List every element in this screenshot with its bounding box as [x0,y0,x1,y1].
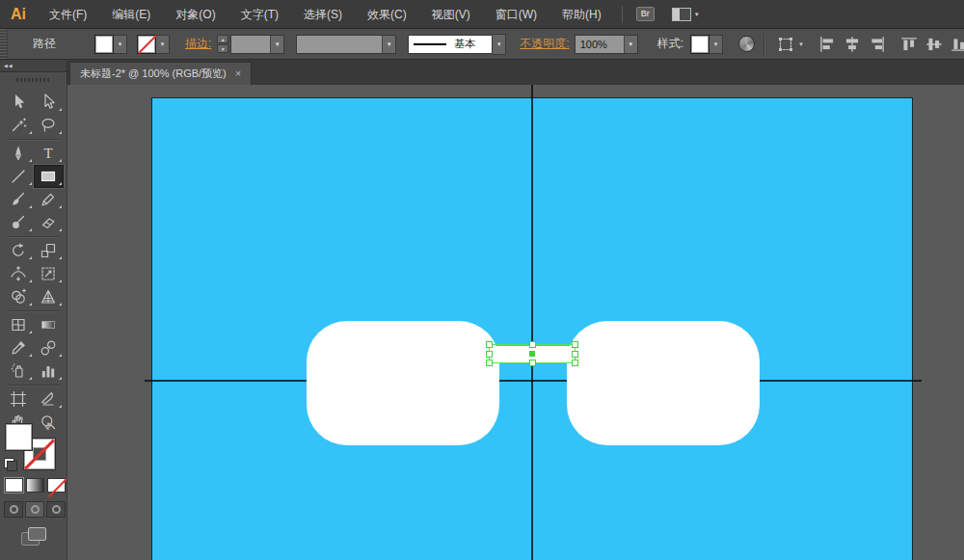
stroke-color-swatch[interactable] [137,35,156,54]
draw-normal-icon[interactable] [4,501,23,518]
screen-mode-icon[interactable] [21,527,46,547]
tools-panel-grip[interactable] [16,78,51,82]
fill-dropdown-arrow-icon[interactable]: ▼ [114,35,127,54]
tool-shape-builder[interactable] [4,285,34,308]
default-fill-stroke-icon[interactable] [4,458,17,471]
stroke-weight-dropdown[interactable]: ▼ [230,35,284,54]
menu-window[interactable]: 窗口(W) [483,0,549,29]
handle-ne[interactable] [572,341,578,348]
opacity-arrow-icon[interactable]: ▼ [624,36,637,53]
tool-column-graph[interactable] [34,360,64,383]
drawing-mode-buttons [4,501,66,518]
align-vertical-top-icon[interactable] [899,35,919,54]
menu-effect[interactable]: 效果(C) [355,0,419,29]
width-profile-arrow-icon[interactable]: ▼ [382,36,395,53]
tool-selection[interactable] [4,91,34,114]
white-rounded-rect-left[interactable] [307,321,499,445]
menu-type[interactable]: 文字(T) [228,0,291,29]
workspace-switcher-icon[interactable] [672,8,691,21]
menu-edit[interactable]: 编辑(E) [99,0,163,29]
tool-rectangle[interactable] [34,165,64,188]
brush-dropdown-arrow-icon[interactable]: ▼ [493,34,506,55]
brush-definition-dropdown[interactable]: 基本 [408,35,493,54]
width-profile-dropdown[interactable]: ▼ [296,35,396,54]
menu-object[interactable]: 对象(O) [163,0,228,29]
free-transform-icon [39,264,58,283]
align-to-arrow-icon[interactable]: ▼ [798,41,804,47]
dock-collapse-icon[interactable]: ◀◀ [0,60,67,72]
stroke-weight-arrow-icon[interactable]: ▼ [270,36,283,53]
style-swatch[interactable] [690,35,710,54]
handle-n[interactable] [529,341,536,348]
tool-symbol-sprayer[interactable] [4,360,34,383]
align-horizontal-left-icon[interactable] [817,35,837,54]
opacity-dropdown[interactable]: 100% ▼ [575,35,638,54]
lasso-icon [39,116,58,135]
recolor-artwork-icon[interactable] [738,36,755,52]
workspace-dropdown-arrow-icon[interactable]: ▼ [694,12,700,17]
tool-lasso[interactable] [34,114,64,137]
vertical-guide-line [531,85,533,560]
white-rounded-rect-right[interactable] [567,321,760,445]
tool-width[interactable] [4,262,34,285]
tool-scale[interactable] [34,239,64,262]
fill-indicator[interactable] [6,424,32,450]
tab-close-icon[interactable]: × [235,68,241,79]
menu-select[interactable]: 选择(S) [291,0,355,29]
handle-sw[interactable] [486,360,493,366]
tool-type[interactable]: T [34,142,64,165]
align-to-selection-icon[interactable] [776,35,795,54]
tool-gradient[interactable] [34,313,64,336]
opacity-panel-link[interactable]: 不透明度: [520,36,569,52]
tool-rotate[interactable] [4,239,34,262]
bridge-button[interactable]: Br [636,7,655,21]
selection-center-point[interactable] [529,351,535,357]
align-horizontal-center-icon[interactable] [843,35,862,54]
gradient-button[interactable] [26,478,44,493]
step-down-icon[interactable]: ▼ [217,44,228,53]
tool-direct-selection[interactable] [34,91,64,114]
tool-pencil[interactable] [34,188,64,211]
color-button[interactable] [5,478,23,493]
handle-se[interactable] [572,360,578,366]
document-tab[interactable]: 未标题-2* @ 100% (RGB/预览) × [69,62,252,85]
handle-w[interactable] [486,351,493,358]
tool-free-transform[interactable] [34,262,64,285]
tool-perspective-grid[interactable] [34,285,64,308]
width-tool-icon [9,264,28,283]
tool-artboard[interactable] [4,387,34,411]
stroke-panel-link[interactable]: 描边: [185,36,211,52]
menu-file[interactable]: 文件(F) [37,0,99,29]
eraser-icon [39,213,58,232]
tool-eyedropper[interactable] [4,336,34,360]
tool-line-segment[interactable] [4,165,34,188]
menu-help[interactable]: 帮助(H) [549,0,614,29]
tool-magic-wand[interactable] [4,114,34,137]
stroke-dropdown-arrow-icon[interactable]: ▼ [156,35,170,54]
align-vertical-bottom-icon[interactable] [950,35,964,54]
handle-nw[interactable] [486,341,493,348]
tool-pen[interactable] [4,142,34,165]
none-button[interactable] [47,478,66,493]
tool-slice[interactable] [34,387,64,411]
tool-paintbrush[interactable] [4,188,34,211]
step-up-icon[interactable]: ▲ [217,35,228,43]
fill-color-swatch[interactable] [94,35,114,54]
tool-blob-brush[interactable] [4,211,34,234]
control-bar-grip[interactable] [0,29,8,59]
column-graph-icon [39,361,58,381]
tool-mesh[interactable] [4,313,34,336]
canvas[interactable] [67,85,964,560]
tools-separator [8,310,60,311]
tool-eraser[interactable] [34,211,64,234]
align-vertical-center-icon[interactable] [924,35,944,54]
tool-blend[interactable] [34,336,64,360]
style-dropdown-arrow-icon[interactable]: ▼ [710,35,723,54]
draw-behind-icon[interactable] [25,501,44,518]
menu-view[interactable]: 视图(V) [419,0,483,29]
align-horizontal-right-icon[interactable] [868,35,887,54]
handle-e[interactable] [572,351,578,358]
draw-inside-icon[interactable] [46,501,66,518]
control-bar-separator [763,34,764,55]
handle-s[interactable] [529,360,536,366]
